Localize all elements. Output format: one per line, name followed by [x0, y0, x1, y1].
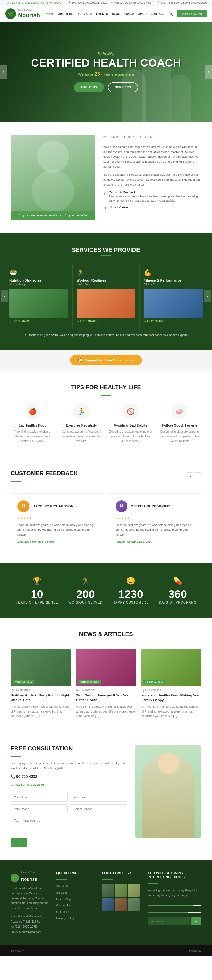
- service-link-3[interactable]: → LET'S START: [144, 320, 203, 323]
- nav-events[interactable]: EVENTS: [96, 12, 108, 15]
- testimonials-underline: [11, 481, 21, 482]
- footer-img-2[interactable]: [115, 884, 127, 897]
- stat-number-2: 200: [68, 588, 103, 601]
- tip-text-4: Denouncing pleasure praising pain-bain w…: [158, 430, 201, 444]
- news-excerpt-2: We spent the concept of Primal is next b…: [76, 705, 136, 719]
- nav-contact[interactable]: CONTACT: [151, 12, 165, 15]
- service-icon-2: 🏃: [77, 269, 136, 276]
- services-title-underline: [101, 255, 111, 256]
- nav-blog[interactable]: BLOG: [112, 12, 120, 15]
- newsletter-form: →: [148, 917, 201, 926]
- hero-about-button[interactable]: ABOUT US: [74, 82, 104, 92]
- stat-label-4: Days Of Programs: [159, 601, 196, 604]
- footer-contact: We Sell Build Manage #6, Roxanne 7 928-4…: [11, 914, 48, 935]
- footer-img-5[interactable]: [115, 898, 127, 912]
- footer-link-2[interactable]: Services: [56, 890, 94, 895]
- form-image-inner: [135, 745, 201, 838]
- nav-shop[interactable]: SHOP: [138, 12, 146, 15]
- testimonial-prev-button[interactable]: ‹: [187, 472, 193, 479]
- testimonial-avatar-1: H HARDLEY RICHARDSON: [18, 500, 96, 512]
- footer-progress-title: YOU WILL GET MANY INTERESTING THINGS: [148, 871, 201, 879]
- about-image-caption: I'm your own personal health coach for y…: [11, 211, 95, 220]
- footer-bottom-link-1[interactable]: Nourished: [189, 949, 201, 952]
- appointment-button[interactable]: APPOINTMENT: [177, 10, 207, 18]
- nav-about[interactable]: ABOUT ME: [58, 12, 74, 15]
- services-next-button[interactable]: ›: [204, 290, 211, 302]
- service-card-3: 💪 Fitness & Performance All Age Group → …: [140, 264, 207, 328]
- footer-img-6[interactable]: [128, 898, 140, 912]
- service-link-1[interactable]: → LET'S START: [9, 320, 68, 323]
- progress-label-1: Nutrition85%: [148, 901, 201, 904]
- about-feature-1: ♥ Caring & Respect People are most produ…: [103, 191, 201, 203]
- service-name-3: Fitness & Performance: [144, 278, 203, 282]
- tips-grid: 🍎 Eat Healthy Food Free all this exclusi…: [11, 404, 201, 444]
- submit-button[interactable]: →: [11, 838, 27, 847]
- form-section: FREE CONSULTATION For Enquiry! is our sm…: [0, 732, 212, 861]
- service-icon-1: 🥗: [9, 269, 68, 276]
- logo-subtitle: Health Coach: [18, 9, 40, 12]
- news-grid: August 25, 2018 By Erik Morrison Build a…: [11, 649, 201, 719]
- service-name-1: Nutrition Strategies: [9, 278, 68, 282]
- logo-text-group: Health Coach Nourish: [18, 9, 40, 19]
- form-row-1: [11, 793, 127, 802]
- footer-link-6[interactable]: Privacy Policy: [56, 915, 94, 920]
- search-icon[interactable]: 🔍: [169, 12, 173, 16]
- news-header: NEWS & ARTICLES: [11, 631, 201, 643]
- testimonial-name-2: MELISSA SHREDINGER: [131, 504, 170, 508]
- hero-section: ‹ Be Healthy CERTIFIED HEALTH COACH We h…: [0, 22, 212, 122]
- hero-services-button[interactable]: SERVICES: [108, 82, 138, 92]
- footer-img-1[interactable]: [102, 884, 114, 897]
- footer-link-3[interactable]: Latest Blog: [56, 896, 94, 901]
- testimonial-next-button[interactable]: ›: [195, 472, 201, 479]
- about-content: WELCOME TO HEALTH COACH Well pressing pa…: [103, 135, 201, 213]
- footer-logo-icon: 🌿: [11, 873, 19, 882]
- hero-next-button[interactable]: ›: [206, 65, 212, 79]
- service-age-1: All Age Group: [9, 283, 68, 286]
- testimonial-text-2: Over the past two years, he was able to …: [116, 523, 194, 537]
- footer-img-3[interactable]: [128, 884, 140, 897]
- consultation-button[interactable]: 💬 Request for Free Consultation: [70, 355, 142, 365]
- nav-home[interactable]: HOME: [45, 12, 54, 15]
- nav-services[interactable]: SERVICES: [78, 12, 92, 15]
- footer-links-title: QUICK LINKS: [56, 871, 94, 875]
- consultation-label: Request for Free Consultation: [85, 358, 134, 362]
- logo[interactable]: 🌿 Health Coach Nourish: [5, 8, 40, 19]
- email-input[interactable]: [70, 793, 127, 802]
- nav-pages[interactable]: PAGES: [124, 12, 134, 15]
- meet-experts-link[interactable]: → MEET OUR EXPERTS: [11, 784, 44, 787]
- service-select[interactable]: [70, 804, 127, 813]
- news-title-1[interactable]: Build an Athletic Body With In Eight Wee…: [11, 693, 71, 702]
- newsletter-submit[interactable]: →: [191, 917, 201, 926]
- topbar-location: 📍 697 New Street, Austin 72301: [67, 1, 107, 4]
- message-textarea[interactable]: [11, 816, 127, 834]
- footer-link-4[interactable]: Contact Us: [56, 903, 94, 907]
- services-note: Our focus is on your overall well being …: [5, 333, 207, 337]
- phone-input[interactable]: [11, 804, 67, 813]
- avatar-info-1: HARDLEY RICHARDSON: [32, 504, 74, 508]
- form-description: For Enquiry! is our smart consultation f…: [11, 760, 127, 770]
- footer-img-4[interactable]: [102, 898, 114, 912]
- service-image-2: [77, 289, 136, 318]
- service-card-1: 🥗 Nutrition Strategies All Age Group → L…: [5, 264, 72, 328]
- top-bar: Take the First Step to Personal & Family…: [0, 0, 212, 6]
- name-input[interactable]: [11, 793, 67, 802]
- news-title-3[interactable]: Yoga and Healthy Food Making Your Family…: [141, 693, 201, 702]
- services-title: SERVICES WE PROVIDE: [5, 247, 207, 253]
- testimonials-header-row: CUSTOMER FEEDBACK ‹ ›: [11, 470, 201, 485]
- service-link-2[interactable]: → LET'S START: [77, 320, 136, 323]
- stat-number-3: 1230: [113, 588, 149, 601]
- testimonial-sig-1: Lost 100 Pounds & 4 Sizes: [18, 540, 96, 543]
- news-card-3: August 15, 2018 By Erik Morrison Yoga an…: [141, 649, 201, 719]
- footer-link-1[interactable]: About Us: [56, 884, 94, 888]
- service-card-2: 🏃 Workout Routines Health Day → LET'S ST…: [72, 264, 140, 328]
- newsletter-input[interactable]: [148, 917, 190, 926]
- hero-prev-button[interactable]: ‹: [0, 65, 6, 79]
- footer-link-5[interactable]: Our Team: [56, 909, 94, 914]
- testimonial-name-1: HARDLEY RICHARDSON: [32, 504, 74, 508]
- news-title-2[interactable]: Stop Getting Annoyed If You Want Better …: [76, 693, 136, 702]
- testimonials-grid: H HARDLEY RICHARDSON ★★★★★ Over the past…: [11, 493, 201, 550]
- logo-name: Nourish: [18, 12, 40, 19]
- clock-icon: 🕐: [157, 1, 160, 4]
- stat-number-1: 10: [16, 588, 58, 601]
- testimonials-header: CUSTOMER FEEDBACK ‹ ›: [11, 470, 201, 485]
